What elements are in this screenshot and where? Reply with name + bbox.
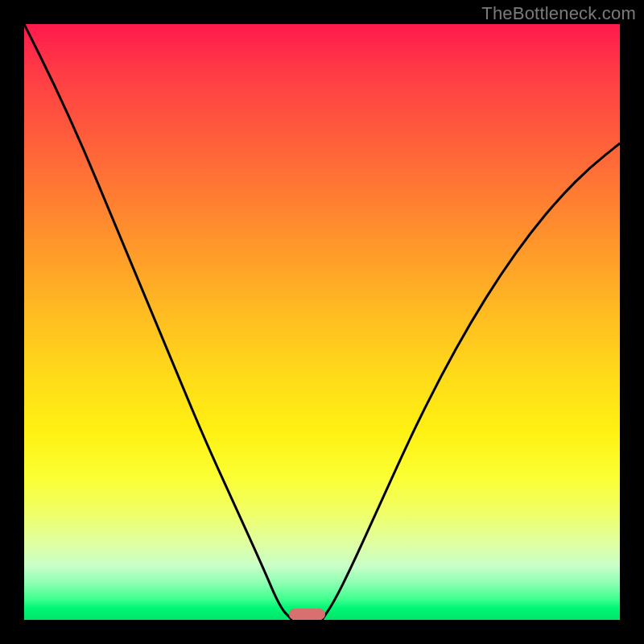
curves-svg	[24, 24, 620, 620]
left-curve	[24, 24, 292, 620]
bottleneck-marker	[289, 609, 324, 620]
chart-frame: TheBottleneck.com	[0, 0, 644, 644]
right-curve	[322, 143, 620, 620]
watermark-text: TheBottleneck.com	[481, 3, 636, 24]
plot-area	[24, 24, 620, 620]
